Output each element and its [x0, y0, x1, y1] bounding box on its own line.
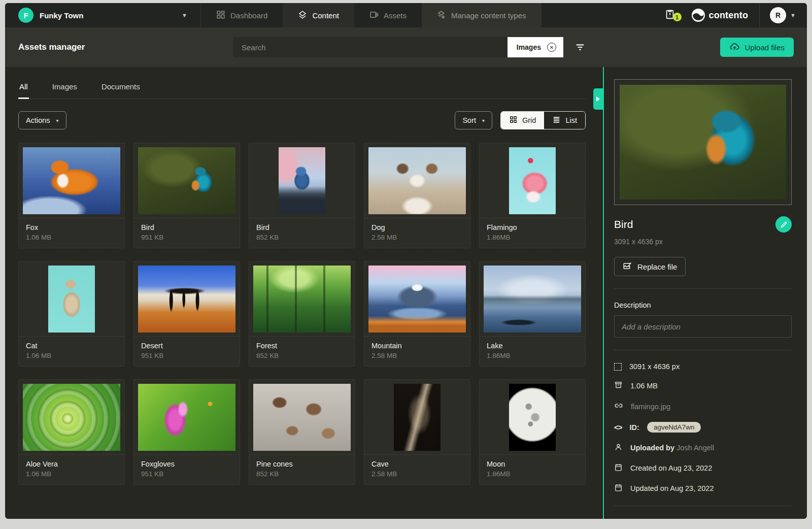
- upload-files-button[interactable]: Upload files: [720, 38, 794, 57]
- asset-thumbnail-area: [19, 380, 124, 455]
- asset-thumbnail: [23, 147, 120, 214]
- description-input[interactable]: [614, 315, 792, 338]
- asset-card[interactable]: Lake 1.86MB: [479, 261, 586, 367]
- view-toggle: Grid List: [500, 111, 586, 129]
- sort-dropdown[interactable]: Sort ▾: [455, 111, 492, 129]
- nav-label: Assets: [384, 11, 407, 20]
- remove-filter-icon[interactable]: ✕: [547, 43, 556, 52]
- asset-card[interactable]: Foxgloves 951 KB: [133, 379, 240, 485]
- asset-thumbnail: [253, 266, 351, 333]
- tab-images[interactable]: Images: [51, 79, 78, 98]
- primary-nav: Dashboard Content Assets Manage content …: [201, 3, 542, 27]
- asset-card[interactable]: Bird 951 KB: [133, 143, 240, 248]
- toolbar-right: Sort ▾ Grid List: [455, 111, 586, 129]
- list-icon: [552, 115, 561, 125]
- asset-card-label: Forest 852 KB: [249, 337, 355, 366]
- workspace-avatar: F: [18, 8, 33, 23]
- chevron-down-icon: ▼: [182, 12, 187, 18]
- search-bar: Images ✕: [233, 37, 563, 57]
- asset-dimensions: 3091 x 4636 px: [614, 238, 792, 246]
- divider: [614, 288, 792, 289]
- asset-card[interactable]: Moon 1.86MB: [479, 379, 586, 485]
- asset-size: 2.58 MB: [371, 470, 463, 478]
- asset-card[interactable]: Pine cones 852 KB: [249, 379, 355, 485]
- filter-chip-label: Images: [517, 43, 541, 51]
- asset-thumbnail: [253, 384, 351, 451]
- grid-icon: [509, 115, 518, 125]
- asset-size: 852 KB: [256, 352, 348, 359]
- nav-label: Manage content types: [451, 11, 526, 20]
- notification-badge: 1: [673, 13, 682, 21]
- list-view-button[interactable]: List: [544, 112, 585, 129]
- asset-card[interactable]: Desert 951 KB: [133, 261, 240, 367]
- asset-size: 1.06 MB: [26, 352, 117, 359]
- asset-card-label: Fox 1.06 MB: [19, 218, 124, 248]
- asset-thumbnail: [394, 384, 441, 451]
- meta-updated: Updated on Aug 23, 2022: [614, 483, 792, 493]
- asset-thumbnail-area: [480, 261, 585, 337]
- asset-card[interactable]: Fox 1.06 MB: [18, 143, 125, 248]
- search-input[interactable]: [233, 37, 507, 57]
- meta-id: <> ID: agveNdA7wn: [614, 422, 792, 433]
- asset-size: 1.06 MB: [26, 470, 117, 478]
- image-plus-icon: [623, 261, 632, 272]
- brand-name: contento: [709, 10, 749, 21]
- asset-thumbnail-area: [134, 261, 240, 337]
- actions-label: Actions: [26, 116, 50, 124]
- asset-thumbnail-area: [19, 261, 124, 337]
- sidebar-collapse-handle[interactable]: [593, 88, 603, 110]
- asset-card[interactable]: Flamingo 1.86MB: [479, 143, 586, 248]
- assets-main: All Images Documents Actions ▾ Sort ▾: [5, 67, 603, 519]
- dimensions-icon: [614, 363, 622, 371]
- asset-grid: Fox 1.06 MB Bird 951 KB Bird 852 KB Dog …: [18, 143, 586, 485]
- divider: [614, 506, 792, 506]
- asset-card[interactable]: Dog 2.58 MB: [364, 143, 470, 248]
- grid-view-button[interactable]: Grid: [501, 112, 544, 129]
- filter-chip-images[interactable]: Images ✕: [507, 37, 563, 57]
- tab-all[interactable]: All: [18, 79, 29, 98]
- actions-dropdown[interactable]: Actions ▾: [18, 111, 66, 129]
- asset-thumbnail: [279, 147, 325, 214]
- meta-filename-value[interactable]: flamingo.jpg: [631, 403, 670, 411]
- nav-item-manage-content-types[interactable]: Manage content types: [422, 3, 542, 27]
- asset-card[interactable]: Aloe Vera 1.06 MB: [18, 379, 125, 485]
- asset-name: Desert: [141, 342, 232, 350]
- sort-label: Sort: [462, 116, 476, 124]
- asset-name: Dog: [371, 223, 463, 232]
- updated-value: Updated on Aug 23, 2022: [630, 484, 714, 492]
- asset-thumbnail: [509, 384, 556, 451]
- asset-card[interactable]: Forest 852 KB: [249, 261, 355, 367]
- filter-button[interactable]: [574, 42, 586, 53]
- asset-card-label: Bird 852 KB: [249, 218, 355, 248]
- nav-item-assets[interactable]: Assets: [354, 3, 422, 27]
- grid-view-label: Grid: [522, 116, 536, 124]
- asset-name: Mountain: [371, 342, 463, 350]
- asset-card[interactable]: Cave 2.58 MB: [364, 379, 470, 485]
- asset-card[interactable]: Bird 852 KB: [249, 143, 355, 248]
- asset-card-label: Foxgloves 951 KB: [134, 455, 240, 484]
- asset-card-label: Moon 1.86MB: [480, 455, 585, 484]
- asset-thumbnail-area: [364, 143, 470, 218]
- asset-thumbnail-area: [134, 380, 240, 455]
- asset-card-label: Desert 951 KB: [134, 337, 240, 366]
- asset-title: Bird: [614, 218, 633, 230]
- link-icon: [614, 401, 623, 412]
- notifications-button[interactable]: 1: [656, 9, 684, 22]
- asset-name: Forest: [256, 342, 348, 350]
- asset-size: 1.86MB: [487, 470, 578, 478]
- user-menu[interactable]: R ▼: [760, 7, 798, 23]
- asset-thumbnail-area: [364, 261, 470, 337]
- asset-id-badge[interactable]: agveNdA7wn: [647, 422, 701, 433]
- tab-documents[interactable]: Documents: [100, 79, 141, 98]
- nav-label: Content: [312, 11, 339, 20]
- replace-file-label: Replace file: [637, 262, 677, 271]
- edit-title-button[interactable]: [775, 216, 792, 233]
- asset-card[interactable]: Cat 1.06 MB: [18, 261, 125, 367]
- nav-item-dashboard[interactable]: Dashboard: [201, 3, 283, 27]
- workspace-switcher[interactable]: F Funky Town ▼: [5, 3, 201, 27]
- topnav-right: 1 contento R ▼: [656, 3, 807, 27]
- replace-file-button[interactable]: Replace file: [614, 257, 686, 276]
- asset-card[interactable]: Mountain 2.58 MB: [364, 261, 470, 367]
- asset-card-label: Aloe Vera 1.06 MB: [19, 455, 124, 484]
- nav-item-content[interactable]: Content: [283, 3, 354, 27]
